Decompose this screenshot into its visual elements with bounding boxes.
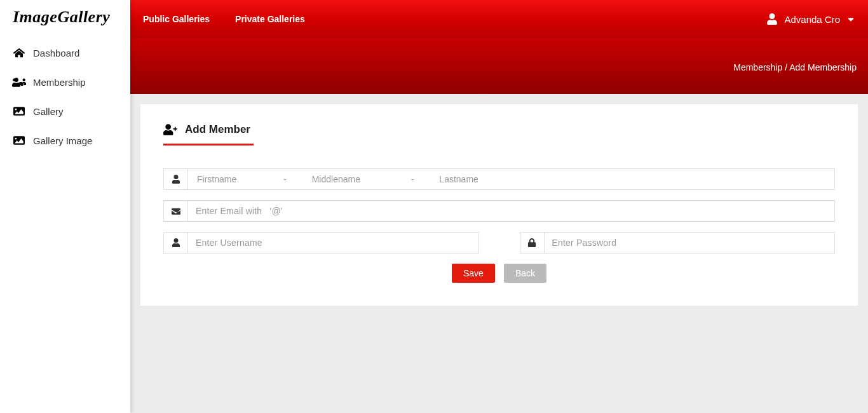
topnav-private-galleries[interactable]: Private Galleries	[235, 14, 305, 24]
sidebar-item-label: Membership	[33, 78, 86, 87]
panel-title: Add Member	[185, 123, 250, 136]
name-input-group: - -	[163, 168, 835, 190]
email-input[interactable]	[188, 201, 834, 221]
envelope-icon	[164, 201, 188, 221]
person-icon	[164, 169, 188, 189]
breadcrumb-current: Add Membership	[789, 62, 857, 72]
email-input-group	[163, 200, 835, 222]
breadcrumb-sep: /	[782, 62, 789, 72]
sidebar-item-gallery[interactable]: Gallery	[0, 97, 130, 126]
dash-separator: -	[393, 174, 432, 184]
person-icon	[164, 233, 188, 253]
lock-icon	[520, 233, 545, 253]
sidebar-item-label: Gallery	[33, 107, 64, 116]
user-menu[interactable]: Advanda Cro	[766, 13, 855, 25]
save-button[interactable]: Save	[452, 264, 495, 283]
breadcrumb: Membership / Add Membership	[733, 62, 857, 72]
users-icon	[11, 76, 27, 88]
dash-separator: -	[266, 174, 304, 184]
chevron-down-icon	[846, 15, 855, 24]
image-icon	[11, 135, 27, 146]
content: Add Member - -	[130, 94, 868, 413]
form-actions: Save Back	[163, 264, 835, 283]
user-name-label: Advanda Cro	[784, 14, 840, 25]
image-icon	[11, 105, 27, 117]
title-underline	[163, 144, 254, 146]
sidebar-item-membership[interactable]: Membership	[0, 67, 130, 97]
topbar: Public Galleries Private Galleries Advan…	[130, 0, 868, 38]
credentials-row	[163, 232, 835, 254]
topnav-public-galleries[interactable]: Public Galleries	[143, 14, 210, 24]
lastname-input[interactable]	[431, 169, 833, 189]
sidebar-item-label: Gallery Image	[33, 136, 92, 146]
back-button[interactable]: Back	[504, 264, 546, 283]
username-input[interactable]	[188, 233, 478, 253]
sidebar: ImageGallery Dashboard Membership Galler…	[0, 0, 130, 413]
sidebar-item-dashboard[interactable]: Dashboard	[0, 38, 130, 67]
brand-logo: ImageGallery	[0, 0, 130, 38]
user-icon	[766, 13, 778, 25]
user-plus-icon	[163, 123, 177, 136]
home-icon	[11, 47, 27, 58]
page-hero: Membership / Add Membership	[130, 38, 868, 94]
main-area: Public Galleries Private Galleries Advan…	[130, 0, 868, 413]
breadcrumb-parent[interactable]: Membership	[733, 62, 782, 72]
middlename-input[interactable]	[304, 169, 393, 189]
sidebar-item-gallery-image[interactable]: Gallery Image	[0, 126, 130, 155]
add-member-panel: Add Member - -	[140, 104, 858, 306]
password-input-group	[520, 232, 836, 254]
panel-header: Add Member	[163, 123, 835, 136]
firstname-input[interactable]	[189, 169, 266, 189]
sidebar-item-label: Dashboard	[33, 48, 79, 58]
password-input[interactable]	[545, 233, 835, 253]
topnav: Public Galleries Private Galleries	[143, 14, 305, 24]
username-input-group	[163, 232, 479, 254]
